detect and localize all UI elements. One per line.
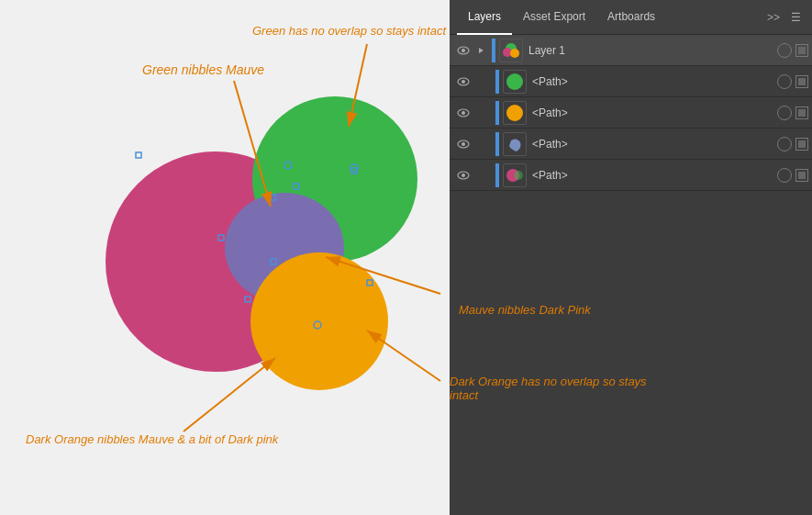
path-name: <Path> [532,106,777,119]
panel-tabs: Layers Asset Export Artboards >> ☰ [450,0,812,35]
layer-expand-arrow[interactable] [473,35,488,66]
svg-point-27 [510,49,519,58]
svg-point-23 [462,49,465,52]
layer-header-row[interactable]: Layer 1 [450,35,812,66]
path-color-bar [495,101,499,125]
layer-thumbnail [499,39,523,62]
path-actions [777,74,808,89]
svg-marker-24 [479,48,484,53]
annotation-mauve-dark-pink: Mauve nibbles Dark Pink [459,303,591,317]
path-square-action[interactable] [795,138,808,151]
layer-row[interactable]: <Path> [450,129,812,160]
path-color-bar [495,132,499,156]
path-thumbnail [503,101,527,125]
path-circle-action[interactable] [777,74,792,89]
svg-point-38 [462,142,465,146]
layer-name: Layer 1 [528,44,777,57]
path-thumbnail [503,70,527,94]
path-name: <Path> [532,75,777,88]
path-visibility-toggle[interactable] [453,66,473,97]
layer-row[interactable]: <Path> [450,160,812,191]
svg-rect-44 [798,172,806,179]
svg-point-43 [514,171,523,180]
path-actions [777,168,808,183]
svg-point-30 [462,80,465,84]
annotation-green-intact: Green has no overlap so stays intact [252,24,446,38]
panel-menu-icon[interactable]: ☰ [787,9,805,26]
svg-rect-39 [798,140,806,148]
layer-row[interactable]: <Path> [450,97,812,129]
layer-visibility-toggle[interactable] [453,35,473,66]
path-thumbnail [503,163,527,187]
path-actions [777,137,808,151]
tab-layers[interactable]: Layers [457,0,512,35]
annotation-dark-orange-nibbles: Dark Orange nibbles Mauve & a bit of Dar… [26,432,278,446]
path-circle-action[interactable] [777,137,792,151]
path-name: <Path> [532,169,777,182]
svg-rect-28 [798,47,806,54]
path-visibility-toggle[interactable] [453,160,473,191]
layer-row[interactable]: <Path> [450,66,812,97]
svg-rect-32 [798,78,806,85]
svg-point-35 [506,105,523,121]
path-visibility-toggle[interactable] [453,129,473,160]
svg-point-31 [506,73,523,90]
path-square-action[interactable] [795,75,808,88]
path-visibility-toggle[interactable] [453,97,473,129]
layer-circle-action[interactable] [777,43,792,58]
layer-color-bar [492,39,495,62]
panel-collapse-icon[interactable]: >> [763,9,784,26]
path-color-bar [495,163,499,187]
layer-square-action[interactable] [795,44,808,57]
path-circle-action[interactable] [777,168,792,183]
tab-artboards[interactable]: Artboards [596,0,666,35]
svg-point-34 [462,111,465,115]
path-actions [777,106,808,120]
path-circle-action[interactable] [777,106,792,120]
path-square-action[interactable] [795,106,808,119]
path-thumbnail [503,132,527,156]
tab-asset-export[interactable]: Asset Export [512,0,596,35]
svg-point-41 [462,174,465,177]
path-name: <Path> [532,138,777,151]
svg-rect-36 [798,109,806,117]
layer-actions [777,43,808,58]
canvas-area: Illustrators Pathfinder: Merge All of th… [0,0,450,515]
path-color-bar [495,70,499,94]
annotation-dark-orange-intact: Dark Orange has no overlap so stays inta… [450,375,670,402]
path-square-action[interactable] [795,169,808,182]
layers-panel: Layers Asset Export Artboards >> ☰ [450,0,812,515]
annotation-green-nibbles: Green nibbles Mauve [142,62,264,77]
